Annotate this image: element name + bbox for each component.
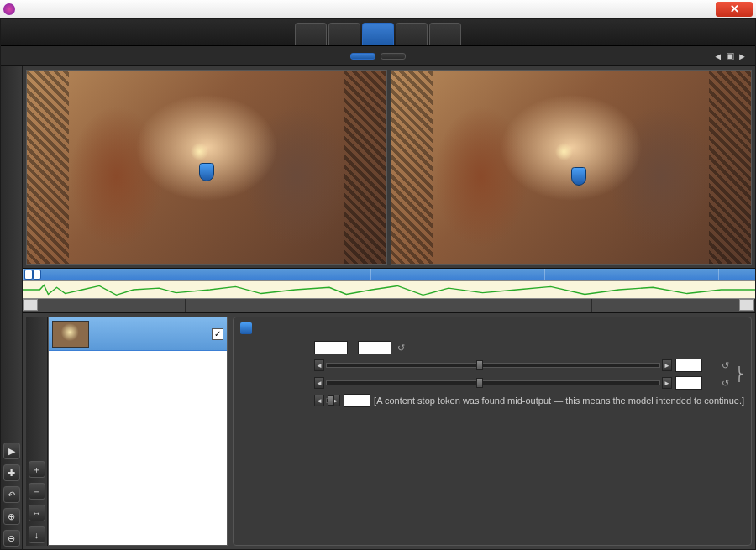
timeline (23, 268, 755, 313)
waveform[interactable] (23, 280, 755, 299)
app-icon (3, 3, 15, 15)
tab-slide[interactable] (295, 23, 327, 45)
tick (544, 269, 718, 280)
keyframes-sidebar: ▶ ✚ ↶ ⊕ ⊖ (1, 66, 23, 549)
add-keyframe-button[interactable]: ✚ (3, 464, 20, 481)
rotate-slider[interactable] (326, 398, 328, 403)
tick (197, 269, 370, 280)
preview-start[interactable] (26, 70, 387, 265)
layer-add-button[interactable]: ＋ (29, 461, 45, 478)
arrow-left-icon[interactable]: ◄ (314, 377, 324, 389)
tab-effects[interactable] (362, 23, 394, 45)
segment-slide-time (186, 299, 592, 312)
segment-transition-out (592, 299, 755, 312)
main-tabs (1, 19, 755, 46)
reset-icon[interactable]: ↺ (719, 377, 731, 389)
timeline-ruler[interactable] (23, 269, 755, 280)
zoomy-slider[interactable] (326, 380, 660, 385)
tick (718, 269, 755, 280)
arrow-right-icon[interactable]: ► (662, 359, 672, 371)
subtab-prev-icon[interactable]: ◄ (713, 51, 722, 61)
layer-move-down-button[interactable]: ↓ (29, 526, 45, 543)
tab-captions[interactable] (396, 23, 428, 45)
tab-layers[interactable] (328, 23, 360, 45)
arrow-left-icon[interactable]: ◄ (314, 395, 324, 406)
reset-icon[interactable]: ↺ (395, 342, 407, 354)
play-button[interactable]: ▶ (3, 443, 20, 459)
pan-x-input[interactable] (314, 341, 348, 354)
zoom-in-button[interactable]: ⊕ (3, 508, 20, 525)
starting-position-panel: ↺ ◄ ► (233, 317, 752, 546)
undo-button[interactable]: ↶ (3, 486, 20, 503)
pan-y-input[interactable] (358, 341, 391, 354)
tick (370, 269, 544, 280)
rotate-input[interactable] (344, 394, 370, 407)
layer-thumbnail (52, 321, 89, 348)
layer-visible-checkbox[interactable]: ✓ (212, 328, 223, 340)
preview-end[interactable] (391, 70, 752, 265)
layers-sidebar: ＋ － ↔ ↓ (26, 317, 48, 546)
preview-image (391, 71, 751, 264)
zoomx-slider[interactable] (326, 363, 660, 368)
zoom-out-button[interactable]: ⊖ (3, 530, 20, 547)
segment-transition-in (23, 299, 186, 312)
subtab-adjustment-effects[interactable] (381, 53, 406, 60)
cut-right[interactable] (739, 299, 754, 311)
layer-move-h-button[interactable]: ↔ (29, 505, 45, 521)
keyframe-marker-2[interactable] (571, 167, 586, 186)
subtab-motion-effects[interactable] (350, 53, 375, 60)
layers-list: ✓ (48, 317, 228, 546)
link-zoom-icon[interactable]: ⎬ (734, 366, 744, 382)
tab-sounds[interactable] (429, 23, 461, 45)
layer-item[interactable]: ✓ (49, 317, 227, 351)
badge-1 (240, 322, 252, 334)
subtab-copy-icon[interactable]: ▣ (726, 50, 734, 61)
reset-icon[interactable]: ↺ (719, 359, 731, 371)
tick (23, 269, 197, 280)
arrow-right-icon[interactable]: ► (662, 377, 672, 389)
close-button[interactable]: ✕ (716, 2, 753, 17)
subtab-next-icon[interactable]: ► (738, 51, 747, 61)
layer-remove-button[interactable]: － (29, 483, 45, 500)
zoomy-input[interactable] (675, 376, 702, 390)
titlebar: ✕ (0, 0, 756, 18)
zoomx-input[interactable] (675, 359, 702, 372)
cut-left[interactable] (23, 299, 38, 311)
sub-tabs: ◄ ▣ ► (1, 46, 755, 66)
arrow-left-icon[interactable]: ◄ (314, 359, 324, 371)
preview-row (23, 66, 755, 268)
